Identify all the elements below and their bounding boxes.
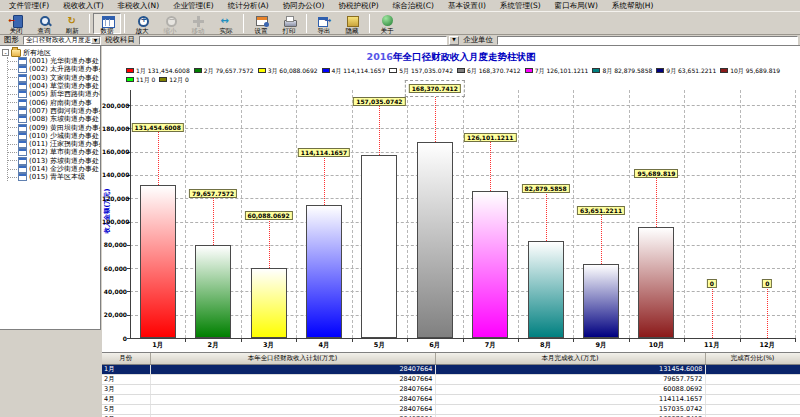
menu-item-11[interactable]: 窗口布局(W) [548, 1, 605, 11]
legend-label: 8月 82,879.5858 [602, 66, 652, 75]
callout-leader-line [546, 192, 547, 241]
collapse-icon[interactable]: - [2, 49, 9, 56]
chart-legend: 1月 131,454.60082月 79,657.75723月 60,088.0… [126, 66, 796, 84]
table-doc-icon [18, 173, 27, 181]
bar-7月[interactable] [472, 191, 508, 338]
bar-1月[interactable] [140, 185, 176, 338]
table-row-5月[interactable]: 5月28407664157035.0742 [102, 404, 800, 414]
tax-subject-input[interactable] [139, 36, 447, 45]
bar-9月[interactable] [583, 264, 619, 338]
search-button[interactable]: 查询 [30, 13, 58, 34]
v-gridline [185, 90, 186, 338]
value-callout-2月[interactable]: 79,657.7572 [189, 189, 237, 198]
value-callout-6月[interactable]: 168,370.7412 [409, 84, 461, 93]
graph-type-select[interactable]: 全口径财政收入月度走势柱 ▼ [23, 36, 101, 45]
bar-3月[interactable] [251, 268, 287, 338]
bar-2月[interactable] [195, 245, 231, 338]
x-tick [185, 339, 186, 342]
table-header-cell[interactable]: 本月完成收入(万元) [435, 353, 705, 364]
menu-item-4[interactable]: 企业管理(E) [166, 1, 221, 11]
value-callout-12月[interactable]: 0 [762, 279, 772, 288]
export-button-label: 导出 [311, 27, 337, 35]
value-callout-11月[interactable]: 0 [707, 279, 717, 288]
table-cell [705, 374, 800, 384]
value-callout-5月[interactable]: 157,035.0742 [353, 97, 405, 106]
data-icon [100, 15, 115, 27]
bar-8月[interactable] [528, 241, 564, 338]
legend-swatch [126, 77, 134, 82]
print-button[interactable]: 打印 [275, 13, 303, 34]
summary-table-panel: 月份本年全口径财政收入计划(万元)本月完成收入(万元)完成百分比(%) 1月28… [102, 352, 800, 417]
menu-item-6[interactable]: 协同办公(O) [276, 1, 332, 11]
x-tick-label: 11月 [704, 341, 720, 350]
value-callout-7月[interactable]: 126,101.1211 [464, 133, 516, 142]
legend-label: 3月 60,088.0692 [268, 66, 318, 75]
tree-connector [8, 102, 17, 103]
legend-item-5月: 5月 157,035.0742 [389, 66, 453, 75]
table-row-3月[interactable]: 3月2840766460088.0692 [102, 384, 800, 394]
zoom-in-button[interactable]: 放大 [128, 13, 156, 34]
menu-item-3[interactable]: 非税收入(N) [111, 1, 166, 11]
table-header-cell[interactable]: 完成百分比(%) [705, 353, 800, 364]
chart-panel: 2016年全口径财政收入月度走势柱状图 1月 131,454.60082月 79… [102, 46, 800, 352]
table-row-4月[interactable]: 4月28407664114114.1657 [102, 394, 800, 404]
about-button[interactable]: 关于 [373, 13, 401, 34]
table-row-1月[interactable]: 1月28407664131454.6008 [102, 364, 800, 374]
table-row-2月[interactable]: 2月2840766479657.7572 [102, 374, 800, 384]
actual-button[interactable]: 实际 [212, 13, 240, 34]
y-tick-label: 40,000 [102, 288, 127, 295]
x-tick [684, 339, 685, 342]
move-icon [191, 15, 206, 27]
menu-item-7[interactable]: 协税护税(P) [331, 1, 385, 11]
value-callout-9月[interactable]: 63,651.2211 [577, 206, 625, 215]
chevron-down-icon[interactable]: ▼ [91, 37, 100, 44]
bar-5月[interactable] [361, 155, 397, 338]
about-icon [380, 15, 395, 27]
menu-item-8[interactable]: 综合治税(C) [386, 1, 441, 11]
data-button[interactable]: 数据 [93, 13, 121, 34]
callout-leader-line [324, 156, 325, 205]
tax-subject-dropdown-icon[interactable]: ▼ [449, 36, 459, 45]
legend-swatch [656, 68, 664, 73]
tree-item-015[interactable]: (015) 青羊区本级 [8, 173, 100, 181]
value-callout-3月[interactable]: 60,088.0692 [244, 211, 292, 220]
callout-leader-line [379, 105, 380, 155]
refresh-button[interactable]: 刷新 [58, 13, 86, 34]
toolbar-separator [124, 14, 125, 33]
menu-item-5[interactable]: 统计分析(A) [221, 1, 276, 11]
hide-button[interactable]: 隐藏 [338, 13, 366, 34]
tree-connector [8, 169, 17, 170]
value-callout-1月[interactable]: 131,454.6008 [132, 123, 184, 132]
v-gridline [629, 90, 630, 338]
bar-6月[interactable] [417, 142, 453, 338]
tree-children: (001) 光华街道办事处(002) 太升路街道办事处(003) 文家街道办事处… [7, 57, 100, 181]
x-tick [573, 339, 574, 342]
callout-leader-line [767, 287, 768, 338]
menu-item-1[interactable]: 文件管理(F) [2, 1, 56, 11]
search-button-label: 查询 [31, 27, 57, 35]
close-button[interactable]: 关闭 [2, 13, 30, 34]
y-tick-label: 60,000 [102, 265, 127, 272]
zoom-out-button: 缩小 [156, 13, 184, 34]
value-callout-8月[interactable]: 82,879.5858 [522, 184, 570, 193]
legend-label: 12月 0 [169, 75, 188, 84]
menu-item-12[interactable]: 系统帮助(H) [605, 1, 661, 11]
table-header-cell[interactable]: 本年全口径财政收入计划(万元) [150, 353, 435, 364]
legend-swatch [194, 68, 202, 73]
filter-bar: 图形 全口径财政收入月度走势柱 ▼ 税收科目 ▼ 企业单位 [0, 35, 800, 46]
table-header-cell[interactable]: 月份 [102, 353, 150, 364]
export-button[interactable]: 导出 [310, 13, 338, 34]
legend-label: 10月 95,689.819 [730, 66, 780, 75]
value-callout-4月[interactable]: 114,114.1657 [298, 148, 350, 157]
bar-10月[interactable] [638, 227, 674, 338]
bar-4月[interactable] [306, 205, 342, 338]
table-cell: 28407664 [150, 364, 435, 374]
x-tick [629, 339, 630, 342]
settings-button[interactable]: 设置 [247, 13, 275, 34]
y-tick-label: 80,000 [102, 241, 127, 248]
menu-item-2[interactable]: 税收收入(T) [56, 1, 110, 11]
menu-item-9[interactable]: 基本设置(I) [441, 1, 493, 11]
company-input[interactable] [497, 36, 798, 45]
menu-item-10[interactable]: 系统管理(S) [493, 1, 548, 11]
value-callout-10月[interactable]: 95,689.819 [634, 169, 678, 178]
